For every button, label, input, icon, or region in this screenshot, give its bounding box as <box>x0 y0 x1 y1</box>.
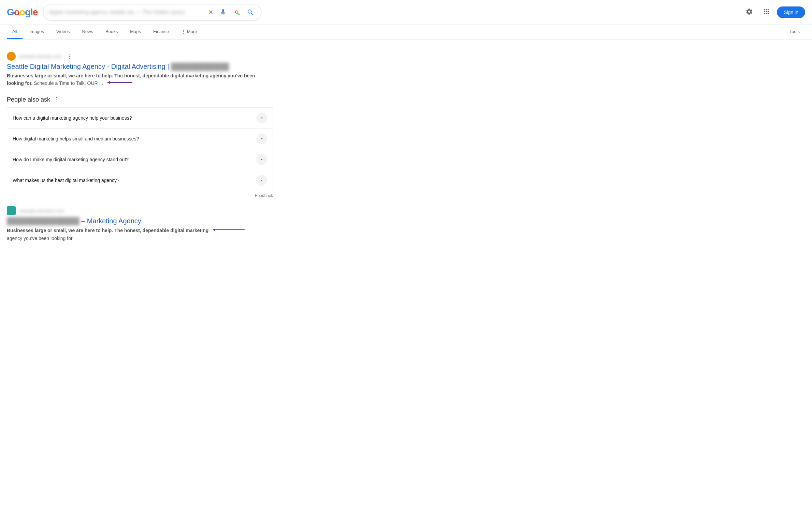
result-snippet-normal-2: agency you've been looking for. <box>7 236 74 241</box>
result-favicon-2 <box>7 206 16 215</box>
result-title-visible-1: Seattle Digital Marketing Agency - Digit… <box>7 63 169 70</box>
paa-question-3: How do I make my digital marketing agenc… <box>13 157 129 162</box>
result-source-1: example-domain.com ⋮ <box>7 52 273 61</box>
tab-all[interactable]: All <box>7 25 23 39</box>
arrow-icon-2 <box>211 227 245 233</box>
search-icon <box>247 9 254 16</box>
paa-menu-dots[interactable]: ⋮ <box>54 96 60 103</box>
tab-news[interactable]: News <box>77 25 99 39</box>
apps-button[interactable] <box>760 5 773 20</box>
nav-tabs: All Images Videos News Books Maps Financ… <box>0 25 812 40</box>
search-bar: ✕ <box>43 4 261 20</box>
paa-header: People also ask ⋮ <box>7 96 273 103</box>
search-result-2: example-domain2.com ⋮ ███████████████ – … <box>7 206 273 242</box>
result-title-blurred-1: ████████████ <box>171 63 229 70</box>
tab-more[interactable]: ⋮ More <box>176 25 202 39</box>
paa-item-4[interactable]: What makes us the best digital marketing… <box>7 170 273 191</box>
result-snippet-1: Businesses large or small, we are here t… <box>7 72 259 88</box>
chevron-down-icon-2 <box>259 136 264 141</box>
svg-marker-7 <box>213 228 215 231</box>
header-right: Sign in <box>743 5 805 20</box>
search-submit-button[interactable] <box>245 7 256 17</box>
chevron-down-icon-4 <box>259 178 264 183</box>
paa-chevron-4 <box>256 175 267 186</box>
paa-chevron-2 <box>256 133 267 144</box>
result-menu-dots-2[interactable]: ⋮ <box>69 207 75 214</box>
result-source-2: example-domain2.com ⋮ <box>7 206 273 215</box>
tab-videos[interactable]: Videos <box>51 25 75 39</box>
search-input[interactable] <box>49 9 204 15</box>
result-domain-2: example-domain2.com <box>19 208 64 213</box>
paa-item-3[interactable]: How do I make my digital marketing agenc… <box>7 149 273 170</box>
result-favicon-1 <box>7 52 16 61</box>
microphone-button[interactable] <box>218 7 228 17</box>
lens-button[interactable] <box>232 7 242 17</box>
arrow-annotation-1 <box>106 79 133 88</box>
result-title-2[interactable]: ███████████████ – Marketing Agency <box>7 216 273 225</box>
result-title-normal-2: – Marketing Agency <box>81 217 141 225</box>
paa-question-1: How can a digital marketing agency help … <box>13 115 132 121</box>
feedback-label: Feedback <box>255 193 273 198</box>
arrow-annotation-2 <box>211 227 245 235</box>
tab-maps[interactable]: Maps <box>125 25 146 39</box>
chevron-down-icon-1 <box>259 116 264 120</box>
mic-icon <box>219 9 227 16</box>
tab-tools[interactable]: Tools <box>784 25 805 39</box>
svg-marker-5 <box>107 81 110 84</box>
settings-button[interactable] <box>743 5 756 20</box>
result-snippet-2: Businesses large or small, we are here t… <box>7 227 259 242</box>
result-title-blurred-2: ███████████████ <box>7 217 79 225</box>
paa-chevron-3 <box>256 154 267 165</box>
clear-button[interactable]: ✕ <box>207 7 215 17</box>
result-title-1[interactable]: Seattle Digital Marketing Agency - Digit… <box>7 62 273 71</box>
svg-line-3 <box>238 13 240 15</box>
paa-feedback[interactable]: Feedback <box>7 191 273 198</box>
result-menu-dots-1[interactable]: ⋮ <box>66 52 72 60</box>
main-content: example-domain.com ⋮ Seattle Digital Mar… <box>0 40 280 242</box>
lens-icon <box>233 9 241 16</box>
paa-question-4: What makes us the best digital marketing… <box>13 178 119 183</box>
apps-icon <box>763 8 770 15</box>
paa-item-1[interactable]: How can a digital marketing agency help … <box>7 107 273 128</box>
header: Google ✕ <box>0 0 812 25</box>
result-snippet-bold-2: Businesses large or small, we are here t… <box>7 228 208 233</box>
result-domain-1: example-domain.com <box>19 54 61 59</box>
tab-images[interactable]: Images <box>24 25 49 39</box>
search-result-1: example-domain.com ⋮ Seattle Digital Mar… <box>7 52 273 88</box>
paa-question-2: How digital marketing helps small and me… <box>13 136 139 141</box>
signin-button[interactable]: Sign in <box>777 6 805 18</box>
gear-icon <box>745 8 753 15</box>
result-snippet-normal-1: Schedule a Time to Talk. OUR ... <box>34 80 103 86</box>
tab-books[interactable]: Books <box>100 25 123 39</box>
paa-section: People also ask ⋮ How can a digital mark… <box>7 96 273 198</box>
tab-finance[interactable]: Finance <box>148 25 174 39</box>
paa-title: People also ask <box>7 96 50 103</box>
arrow-icon-1 <box>106 79 133 86</box>
search-icons: ✕ <box>207 7 256 17</box>
chevron-down-icon-3 <box>259 157 264 162</box>
paa-item-2[interactable]: How digital marketing helps small and me… <box>7 128 273 149</box>
paa-chevron-1 <box>256 112 267 123</box>
google-logo[interactable]: Google <box>7 7 38 18</box>
